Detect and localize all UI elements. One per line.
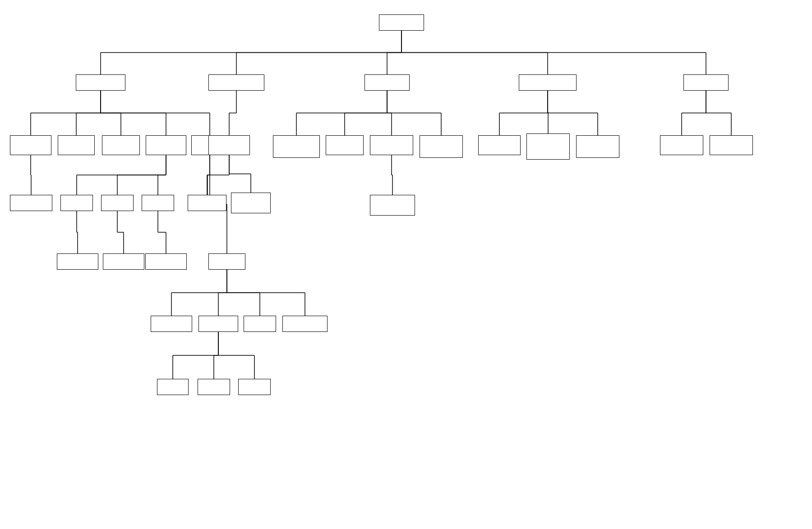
node-nylige_samtaler (326, 135, 364, 155)
node-hjem (76, 74, 125, 91)
node-historier (58, 135, 95, 155)
node-chat (364, 74, 410, 91)
node-sesongpakker (102, 135, 140, 155)
node-produsenter (10, 135, 51, 155)
node-bestillinger_fra (370, 135, 413, 155)
node-alternativ_utlevering (370, 195, 415, 216)
node-innstillinger (710, 135, 753, 155)
node-produktliste_prod (10, 195, 52, 211)
node-kvitteringer (478, 135, 521, 155)
node-produkter_kjopt (526, 133, 570, 160)
node-annet_hjem (142, 195, 174, 211)
node-sende_felles (273, 135, 320, 158)
node-redigere_profil (660, 135, 703, 155)
node-produktliste_drikke (103, 253, 144, 270)
node-bestillinger (519, 74, 577, 91)
node-drikke_hjem (101, 195, 134, 211)
node-kategorier_sok (198, 316, 238, 332)
node-profil (683, 74, 729, 91)
node-legg_til_kalender (231, 193, 271, 213)
node-nylige_sok (151, 316, 192, 332)
node-sok (208, 253, 245, 270)
node-mat_hjem (60, 195, 93, 211)
node-soke_etter (420, 135, 463, 158)
node-kvittering_bet (188, 195, 226, 211)
node-liknende_produkter (576, 135, 619, 158)
node-produsenter_sok (282, 316, 328, 332)
node-mat_sok (157, 379, 189, 395)
tree-container (0, 0, 812, 529)
node-varer_sok (244, 316, 276, 332)
node-annet_sok (238, 379, 271, 395)
node-produktliste_mat (57, 253, 98, 270)
node-reko (379, 14, 424, 31)
node-drikke_sok (198, 379, 230, 395)
node-produktliste_annet (145, 253, 187, 270)
node-handlekurv (208, 74, 264, 91)
node-betaling (208, 135, 250, 155)
node-kategorier_hjem (146, 135, 186, 155)
